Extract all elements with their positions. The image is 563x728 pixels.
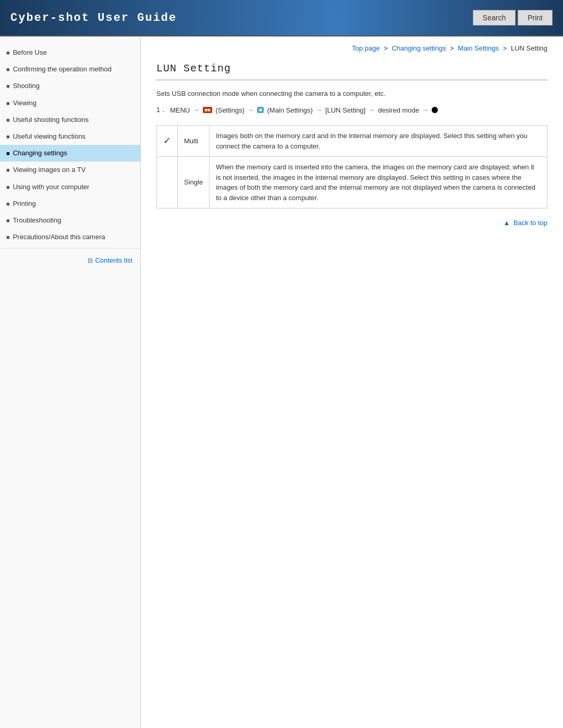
breadcrumb-top[interactable]: Top page [352,44,380,52]
sidebar-label: Changing settings [13,149,67,158]
breadcrumb-current: LUN Setting [511,44,547,52]
sidebar-item-useful-shooting[interactable]: ■ Useful shooting functions [0,112,140,128]
sidebar-item-troubleshooting[interactable]: ■ Troubleshooting [0,212,140,229]
sidebar-divider [0,248,140,249]
bullet-icon: ■ [6,150,10,157]
sidebar-item-using-computer[interactable]: ■ Using with your computer [0,179,140,195]
main-content-area: Top page > Changing settings > Main Sett… [141,36,563,728]
back-to-top: ▲ Back to top [156,219,547,227]
search-button[interactable]: Search [473,10,516,26]
step-settings-text: (Settings) [215,106,244,114]
sidebar-label: Shooting [13,81,40,91]
back-to-top-arrow-icon: ▲ [503,219,510,227]
settings-icon: ■■ [203,107,213,113]
sidebar-item-confirming[interactable]: ■ Confirming the operation method [0,61,140,78]
step-number: 1． [156,105,167,115]
contents-icon: ⊟ [88,257,93,264]
table-row: ✓ Multi Images both on the memory card a… [157,126,547,157]
bullet-icon: ■ [6,166,10,174]
step-desired-text: desired mode [378,106,419,114]
bullet-icon: ■ [6,66,10,73]
bullet-icon: ■ [6,183,10,191]
sidebar-item-changing-settings[interactable]: ■ Changing settings [0,145,140,162]
breadcrumb-main-settings[interactable]: Main Settings [458,44,499,52]
sidebar-label: Before Use [13,48,47,57]
step-arrow-5: → [422,106,429,114]
table-row: Single When the memory card is inserted … [157,157,547,208]
bullet-icon: ■ [6,133,10,141]
back-to-top-label: Back to top [513,219,547,227]
bullet-icon: ■ [6,200,10,208]
sidebar-label: Viewing images on a TV [13,165,86,175]
page-header: Cyber-shot User Guide Search Print [0,0,563,36]
sidebar-label: Troubleshooting [13,216,62,225]
step-lun-text: [LUN Setting] [325,106,365,114]
sidebar-item-viewing-tv[interactable]: ■ Viewing images on a TV [0,162,140,178]
step-menu-label: MENU [170,106,190,114]
desc-cell-multi: Images both on the memory card and in th… [210,126,547,157]
step-instructions: 1． MENU → ■■ (Settings) → ■ (Main Settin… [156,105,547,115]
sidebar-label: Useful shooting functions [13,115,89,125]
bullet-icon: ■ [6,100,10,107]
step-arrow-4: → [369,106,375,114]
contents-list-link[interactable]: ⊟ Contents list [0,251,140,269]
label-cell-single: Single [178,157,210,208]
header-actions: Search Print [473,10,553,26]
back-to-top-link[interactable]: ▲ Back to top [503,219,547,227]
bullet-icon: ■ [6,116,10,124]
breadcrumb: Top page > Changing settings > Main Sett… [156,44,547,52]
sidebar-label: Confirming the operation method [13,65,112,74]
label-cell-multi: Multi [178,126,210,157]
sidebar-label: Using with your computer [13,182,90,192]
bullet-icon: ■ [6,233,10,241]
step-main-settings-text: (Main Settings) [267,106,312,114]
settings-table: ✓ Multi Images both on the memory card a… [156,125,547,208]
sidebar-item-precautions[interactable]: ■ Precautions/About this camera [0,229,140,245]
sidebar-item-viewing[interactable]: ■ Viewing [0,95,140,112]
main-layout: ■ Before Use ■ Confirming the operation … [0,36,563,728]
sidebar-item-printing[interactable]: ■ Printing [0,195,140,212]
sidebar-item-shooting[interactable]: ■ Shooting [0,78,140,94]
check-cell-multi: ✓ [157,126,178,157]
desc-cell-single: When the memory card is inserted into th… [210,157,547,208]
page-title: LUN Setting [156,63,547,80]
bullet-icon: ■ [6,49,10,57]
breadcrumb-changing-settings[interactable]: Changing settings [391,44,446,52]
step-arrow-3: → [316,106,322,114]
step-dot-icon [432,107,438,113]
check-cell-single [157,157,178,208]
print-button[interactable]: Print [518,10,553,26]
sidebar-item-useful-viewing[interactable]: ■ Useful viewing functions [0,128,140,145]
app-title: Cyber-shot User Guide [10,11,177,24]
step-arrow-2: → [248,106,254,114]
sidebar: ■ Before Use ■ Confirming the operation … [0,36,141,728]
bullet-icon: ■ [6,217,10,225]
sidebar-label: Viewing [13,98,36,108]
sidebar-label: Useful viewing functions [13,132,85,141]
sidebar-item-before-use[interactable]: ■ Before Use [0,44,140,61]
page-description: Sets USB connection mode when connecting… [156,90,547,97]
sidebar-label: Precautions/About this camera [13,232,105,242]
bullet-icon: ■ [6,82,10,90]
sidebar-label: Printing [13,199,36,208]
step-arrow-1: → [193,106,200,114]
main-settings-icon: ■ [257,107,264,113]
contents-list-label: Contents list [95,256,132,264]
